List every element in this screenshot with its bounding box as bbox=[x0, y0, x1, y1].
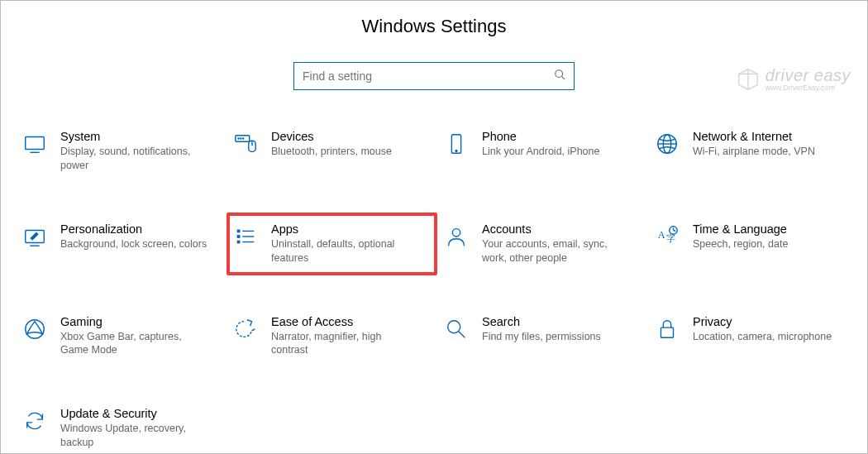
svg-rect-22 bbox=[237, 240, 241, 243]
watermark: driver easy www.DriverEasy.com bbox=[736, 67, 851, 92]
svg-point-26 bbox=[452, 228, 460, 236]
item-desc: Uninstall, defaults, optional features bbox=[271, 237, 420, 265]
item-desc: Windows Update, recovery, backup bbox=[60, 422, 209, 450]
settings-item-accounts[interactable]: Accounts Your accounts, email, sync, wor… bbox=[437, 213, 648, 275]
item-desc: Location, camera, microphone bbox=[693, 330, 832, 344]
settings-item-network[interactable]: Network & Internet Wi-Fi, airplane mode,… bbox=[648, 120, 859, 183]
svg-rect-35 bbox=[661, 327, 674, 337]
settings-item-update-security[interactable]: Update & Security Windows Update, recove… bbox=[16, 397, 227, 454]
item-desc: Narrator, magnifier, high contrast bbox=[271, 330, 420, 358]
svg-text:A: A bbox=[658, 229, 665, 241]
item-label: Gaming bbox=[60, 315, 209, 328]
item-desc: Find my files, permissions bbox=[482, 330, 601, 344]
svg-line-34 bbox=[459, 331, 465, 337]
item-label: Ease of Access bbox=[271, 315, 420, 328]
devices-icon bbox=[231, 130, 260, 158]
watermark-subtitle: www.DriverEasy.com bbox=[765, 84, 851, 92]
ease-of-access-icon bbox=[231, 315, 260, 343]
settings-item-time-language[interactable]: A字 Time & Language Speech, region, date bbox=[648, 213, 859, 275]
watermark-title: driver easy bbox=[765, 67, 851, 84]
svg-point-9 bbox=[241, 138, 241, 139]
search-icon bbox=[554, 69, 565, 84]
item-desc: Display, sound, notifications, power bbox=[60, 145, 209, 173]
search-input[interactable] bbox=[303, 69, 554, 83]
settings-item-phone[interactable]: Phone Link your Android, iPhone bbox=[437, 120, 648, 183]
item-label: Personalization bbox=[60, 222, 207, 236]
item-desc: Bluetooth, printers, mouse bbox=[271, 145, 392, 159]
settings-item-apps[interactable]: Apps Uninstall, defaults, optional featu… bbox=[227, 213, 437, 275]
search-category-icon bbox=[442, 315, 470, 343]
item-label: Update & Security bbox=[60, 407, 209, 420]
accounts-icon bbox=[442, 222, 470, 251]
svg-rect-21 bbox=[237, 235, 241, 238]
phone-icon bbox=[442, 130, 470, 158]
item-label: Search bbox=[482, 315, 601, 328]
item-desc: Your accounts, email, sync, work, other … bbox=[482, 237, 631, 265]
item-label: Accounts bbox=[482, 222, 631, 236]
svg-point-32 bbox=[26, 319, 45, 338]
svg-point-14 bbox=[455, 151, 457, 152]
item-label: Phone bbox=[482, 130, 599, 143]
page-title: Windows Settings bbox=[1, 16, 867, 37]
svg-line-1 bbox=[562, 77, 565, 80]
settings-item-system[interactable]: System Display, sound, notifications, po… bbox=[16, 120, 227, 183]
settings-item-devices[interactable]: Devices Bluetooth, printers, mouse bbox=[227, 120, 437, 183]
item-label: Time & Language bbox=[693, 222, 788, 236]
item-label: System bbox=[60, 130, 209, 143]
time-language-icon: A字 bbox=[653, 222, 681, 251]
personalization-icon bbox=[21, 222, 49, 251]
item-desc: Link your Android, iPhone bbox=[482, 145, 599, 159]
item-desc: Xbox Game Bar, captures, Game Mode bbox=[60, 330, 209, 358]
item-label: Apps bbox=[271, 222, 420, 236]
settings-item-privacy[interactable]: Privacy Location, camera, microphone bbox=[648, 305, 859, 368]
search-box[interactable] bbox=[293, 62, 575, 90]
network-icon bbox=[653, 130, 681, 158]
apps-icon bbox=[231, 222, 260, 251]
settings-item-ease-of-access[interactable]: Ease of Access Narrator, magnifier, high… bbox=[227, 305, 437, 368]
svg-rect-20 bbox=[237, 229, 241, 232]
gaming-icon bbox=[21, 315, 49, 343]
svg-point-33 bbox=[448, 320, 460, 332]
svg-point-8 bbox=[238, 138, 239, 139]
settings-item-personalization[interactable]: Personalization Background, lock screen,… bbox=[16, 213, 227, 275]
settings-item-search[interactable]: Search Find my files, permissions bbox=[437, 305, 648, 368]
update-security-icon bbox=[21, 407, 49, 435]
item-label: Privacy bbox=[693, 315, 832, 328]
item-desc: Wi-Fi, airplane mode, VPN bbox=[693, 145, 815, 159]
item-label: Devices bbox=[271, 130, 392, 143]
svg-rect-5 bbox=[26, 137, 45, 150]
svg-point-10 bbox=[243, 138, 244, 139]
privacy-icon bbox=[653, 315, 681, 343]
system-icon bbox=[21, 130, 49, 158]
svg-point-0 bbox=[556, 70, 563, 78]
settings-grid: System Display, sound, notifications, po… bbox=[1, 120, 867, 454]
item-label: Network & Internet bbox=[693, 130, 815, 143]
item-desc: Background, lock screen, colors bbox=[60, 237, 207, 251]
item-desc: Speech, region, date bbox=[693, 237, 788, 251]
settings-item-gaming[interactable]: Gaming Xbox Game Bar, captures, Game Mod… bbox=[16, 305, 227, 368]
svg-line-31 bbox=[674, 230, 676, 231]
